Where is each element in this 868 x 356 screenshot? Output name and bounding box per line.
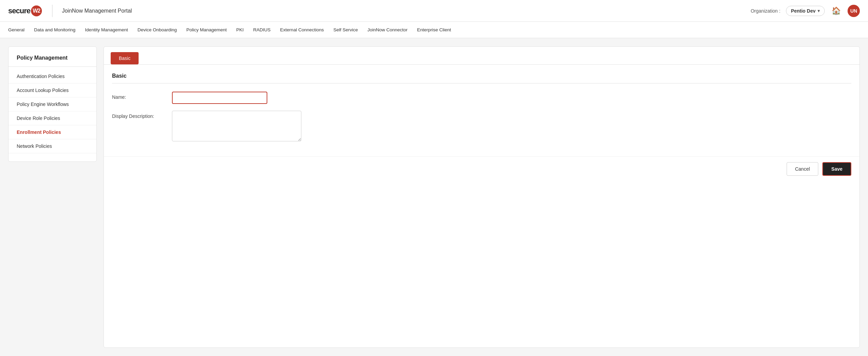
nav-item-radius[interactable]: RADIUS [253, 26, 271, 34]
cancel-button[interactable]: Cancel [787, 162, 819, 176]
action-bar: Cancel Save [104, 156, 859, 181]
description-row: Display Description: [112, 111, 851, 141]
nav-item-joinnow-connector[interactable]: JoinNow Connector [367, 26, 408, 34]
description-label: Display Description: [112, 111, 167, 119]
name-label: Name: [112, 92, 167, 100]
nav-bar: GeneralData and MonitoringIdentity Manag… [0, 22, 868, 38]
nav-item-self-service[interactable]: Self Service [333, 26, 358, 34]
sidebar-item-enrollment[interactable]: Enrollment Policies [9, 125, 96, 139]
avatar[interactable]: UN [848, 5, 860, 17]
sidebar: Policy Management Authentication Policie… [8, 46, 97, 162]
logo-area: secure W2 JoinNow Management Portal [8, 5, 132, 17]
chevron-down-icon: ▾ [818, 9, 820, 13]
logo-divider [52, 5, 52, 17]
sidebar-item-auth[interactable]: Authentication Policies [9, 69, 96, 83]
sidebar-title: Policy Management [9, 55, 96, 67]
org-name: Pentio Dev [791, 8, 816, 14]
nav-item-general[interactable]: General [8, 26, 25, 34]
logo-badge: W2 [31, 5, 42, 16]
nav-item-data-and-monitoring[interactable]: Data and Monitoring [34, 26, 76, 34]
sidebar-item-account[interactable]: Account Lookup Policies [9, 83, 96, 97]
basic-tab[interactable]: Basic [111, 52, 139, 64]
form-section: Basic Name: Display Description: [104, 65, 859, 156]
sidebar-item-workflows[interactable]: Policy Engine Workflows [9, 97, 96, 111]
nav-item-enterprise-client[interactable]: Enterprise Client [417, 26, 451, 34]
org-dropdown[interactable]: Pentio Dev ▾ [786, 6, 825, 16]
header-right: Organization : Pentio Dev ▾ 🏠 UN [751, 5, 860, 17]
section-title: Basic [112, 73, 851, 83]
description-textarea[interactable] [172, 111, 301, 141]
tab-bar: Basic [104, 47, 859, 65]
content-area: Basic Basic Name: Display Description: C… [104, 46, 860, 348]
name-row: Name: [112, 92, 851, 104]
logo: secure W2 [8, 5, 43, 16]
nav-item-identity-management[interactable]: Identity Management [85, 26, 128, 34]
name-input[interactable] [172, 92, 267, 104]
nav-item-external-connections[interactable]: External Connections [280, 26, 324, 34]
nav-item-device-onboarding[interactable]: Device Onboarding [138, 26, 177, 34]
header: secure W2 JoinNow Management Portal Orga… [0, 0, 868, 22]
portal-title: JoinNow Management Portal [62, 8, 132, 14]
home-icon[interactable]: 🏠 [830, 5, 842, 17]
sidebar-item-device-role[interactable]: Device Role Policies [9, 111, 96, 125]
save-button[interactable]: Save [822, 162, 851, 176]
nav-item-policy-management[interactable]: Policy Management [186, 26, 227, 34]
main-content: Policy Management Authentication Policie… [0, 38, 868, 356]
nav-item-pki[interactable]: PKI [236, 26, 244, 34]
logo-text-before: secure [8, 6, 30, 15]
org-label: Organization : [751, 8, 780, 14]
sidebar-item-network[interactable]: Network Policies [9, 139, 96, 153]
